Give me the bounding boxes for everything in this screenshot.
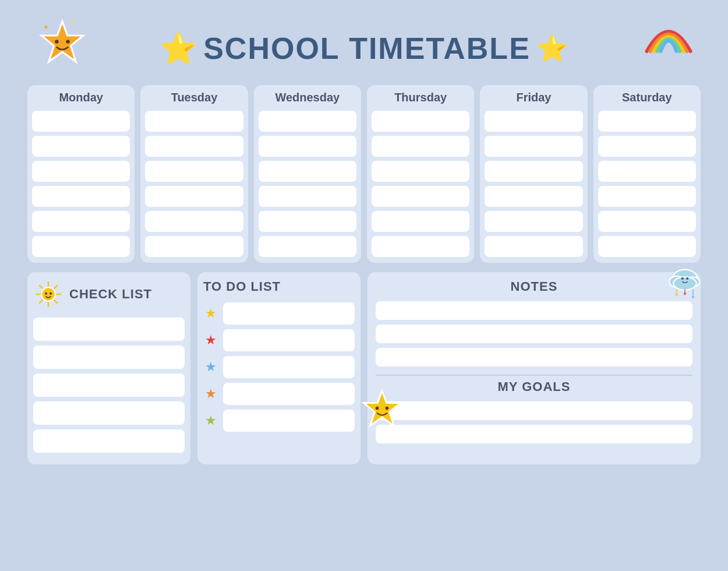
todo-item: ★ [203, 356, 355, 378]
rainbow-icon [642, 19, 695, 59]
svg-marker-4 [71, 19, 75, 23]
time-slot[interactable] [598, 186, 696, 207]
todo-slot[interactable] [223, 302, 355, 325]
time-slot[interactable] [485, 236, 582, 257]
todo-slot[interactable] [223, 410, 355, 432]
todo-item: ★ [203, 383, 355, 405]
time-slot[interactable] [598, 161, 696, 182]
time-slot[interactable] [598, 236, 696, 257]
day-header-tuesday: Tuesday [145, 91, 243, 104]
time-slot[interactable] [598, 211, 696, 232]
time-slot[interactable] [485, 111, 582, 132]
time-slot[interactable] [145, 161, 243, 182]
star-bullet-orange-icon: ★ [203, 386, 218, 401]
svg-point-5 [41, 287, 55, 301]
sun-icon [33, 279, 63, 309]
notes-title: NOTES [376, 279, 692, 294]
svg-point-14 [45, 292, 47, 295]
svg-point-20 [681, 277, 684, 280]
day-column-tuesday: Tuesday [140, 85, 248, 263]
notes-section: NOTES [376, 279, 692, 366]
svg-line-13 [40, 300, 43, 303]
time-slot[interactable] [32, 161, 130, 182]
timetable-grid: Monday Tuesday Wednesday T [27, 85, 701, 263]
svg-point-19 [673, 277, 696, 290]
time-slot[interactable] [32, 186, 130, 207]
time-slot[interactable] [372, 186, 469, 207]
time-slot[interactable] [32, 111, 130, 132]
note-slot[interactable] [376, 325, 692, 343]
time-slot[interactable] [372, 136, 469, 157]
check-list-title: CHECK LIST [69, 287, 152, 302]
time-slot[interactable] [259, 161, 356, 182]
day-header-monday: Monday [32, 91, 130, 104]
time-slot[interactable] [145, 186, 243, 207]
page: ⭐ SCHOOL TIMETABLE ⭐ Monday Tue [15, 12, 713, 559]
svg-line-11 [54, 300, 57, 303]
time-slot[interactable] [32, 236, 130, 257]
time-slot[interactable] [372, 111, 469, 132]
day-column-thursday: Thursday [367, 85, 474, 263]
time-slot[interactable] [598, 136, 696, 157]
svg-point-29 [376, 407, 379, 410]
todo-slot[interactable] [223, 329, 355, 351]
time-slot[interactable] [372, 161, 469, 182]
day-header-thursday: Thursday [372, 91, 469, 104]
goal-slot[interactable] [376, 425, 692, 443]
check-list-header: CHECK LIST [33, 279, 185, 309]
star-bullet-red-icon: ★ [203, 333, 218, 348]
time-slot[interactable] [145, 111, 243, 132]
todo-item: ★ [203, 302, 355, 325]
time-slot[interactable] [259, 136, 356, 157]
svg-marker-28 [364, 391, 401, 426]
note-slot[interactable] [376, 301, 692, 320]
time-slot[interactable] [145, 211, 243, 232]
todo-list-panel: TO DO LIST ★ ★ ★ ★ ★ [197, 272, 361, 464]
check-slot[interactable] [33, 401, 185, 425]
time-slot[interactable] [259, 186, 356, 207]
time-slot[interactable] [259, 236, 356, 257]
cute-star-small-icon [362, 389, 402, 429]
time-slot[interactable] [259, 111, 356, 132]
svg-line-12 [54, 286, 57, 288]
todo-slot[interactable] [223, 383, 355, 405]
time-slot[interactable] [485, 186, 582, 207]
time-slot[interactable] [145, 236, 243, 257]
star-bullet-blue-icon: ★ [203, 359, 218, 375]
time-slot[interactable] [259, 211, 356, 232]
bottom-section: CHECK LIST TO DO LIST ★ ★ ★ [27, 272, 701, 464]
check-slot[interactable] [33, 318, 185, 341]
day-column-friday: Friday [480, 85, 587, 263]
time-slot[interactable] [32, 136, 130, 157]
svg-line-10 [40, 286, 43, 288]
page-title: SCHOOL TIMETABLE [203, 31, 531, 66]
yellow-star-right-icon: ⭐ [536, 33, 568, 64]
cute-star-character [39, 19, 86, 68]
star-bullet-green-icon: ★ [203, 413, 218, 428]
day-column-wednesday: Wednesday [254, 85, 361, 263]
time-slot[interactable] [372, 236, 469, 257]
check-slot[interactable] [33, 373, 185, 397]
time-slot[interactable] [145, 136, 243, 157]
note-slot[interactable] [376, 348, 692, 366]
goals-section: MY GOALS [376, 379, 692, 457]
time-slot[interactable] [485, 136, 582, 157]
notes-goals-panel: NOTES MY GOALS [367, 272, 701, 464]
time-slot[interactable] [598, 111, 696, 132]
time-slot[interactable] [485, 161, 582, 182]
todo-slot[interactable] [223, 356, 355, 378]
svg-marker-25 [683, 292, 687, 295]
day-header-friday: Friday [485, 91, 582, 104]
goal-slot[interactable] [376, 401, 692, 420]
check-slot[interactable] [33, 429, 185, 453]
check-slot[interactable] [33, 346, 185, 369]
svg-marker-3 [44, 25, 48, 30]
svg-point-15 [50, 292, 52, 295]
svg-marker-27 [691, 295, 695, 299]
todo-list-header: TO DO LIST [203, 279, 355, 294]
todo-item: ★ [203, 410, 355, 432]
time-slot[interactable] [372, 211, 469, 232]
time-slot[interactable] [485, 211, 582, 232]
time-slot[interactable] [32, 211, 130, 232]
header: ⭐ SCHOOL TIMETABLE ⭐ [27, 22, 701, 75]
